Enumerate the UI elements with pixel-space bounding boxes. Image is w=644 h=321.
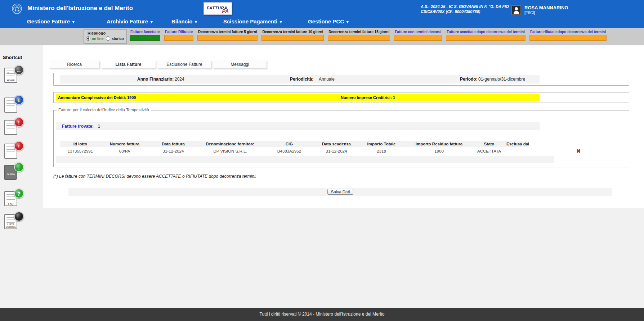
legend-label: Decorrenza termini fatture 10 giorni (261, 30, 324, 34)
nav-item-label: Archivio Fatture (107, 18, 149, 24)
chevron-down-icon: ▼ (279, 20, 283, 24)
school-year-line: A.S.: 2024-25 - IC S. GIOVANNI IN F. "G.… (421, 4, 509, 9)
shortcut-caption: LISTA SCUOLE (5, 223, 17, 228)
status-legend: Fatture AccettateFatture RifiutateDecorr… (130, 30, 607, 41)
legend-label[interactable]: Fatture Accettate (130, 30, 160, 34)
cell-importo-residuo-fattura: 1900 (406, 147, 472, 155)
shortcut-lista-scuole[interactable]: LISTA SCUOLE← (4, 213, 24, 231)
legend-color-swatch (130, 35, 160, 41)
termini-decorsi-note: (*) Le fatture con TERMINI DECORSI devon… (53, 174, 256, 179)
cell-importo-totale: 2318 (357, 147, 406, 155)
riepilogo-label: Riepilogo (88, 31, 106, 35)
tab-lista-fatture[interactable]: Lista Fatture (101, 60, 156, 68)
legend-label[interactable]: Fatture rifiutate dopo decorrenza dei te… (529, 30, 607, 34)
radio-online[interactable] (86, 36, 90, 41)
chevron-down-icon: ▼ (149, 20, 153, 24)
legend-item: Decorrenza termini fatture 5 giorni (197, 30, 258, 41)
nav-item-label: Scissione Pagamenti (223, 18, 279, 24)
legend-color-swatch (394, 35, 442, 41)
shortcut-avvisi-2[interactable]: ! (4, 143, 24, 160)
document-lines (6, 194, 15, 201)
italy-emblem-icon (11, 3, 23, 15)
page-title: Ministero dell'Istruzione e del Merito (27, 5, 133, 12)
shortcut-home[interactable]: ⌂HOME← (4, 67, 24, 85)
nav-item-bilancio[interactable]: Bilancio ▼ (171, 16, 198, 28)
fatture-trovate-bar: Fatture trovate: 1 (56, 122, 540, 130)
column-header: Importo Residuo fattura (406, 141, 472, 147)
shortcut-fatture-euro[interactable]: € (4, 96, 24, 114)
chevron-down-icon: ▼ (345, 20, 349, 24)
tab-ricerca[interactable]: Ricerca (49, 60, 99, 68)
legend-color-swatch (261, 35, 324, 41)
shortcut-caption: GUIDA (5, 173, 17, 176)
cell-data-scadenza: 31-12-2024 (316, 147, 357, 155)
totals-highlight-bar: Ammontare Complessivo dei Debiti: 1900 N… (56, 94, 540, 101)
fattura-pa-app: Ministero dell'Istruzione e del Merito F… (0, 0, 644, 321)
chevron-down-icon: ▼ (194, 20, 198, 24)
column-header: Esclusa dal calcolo (506, 141, 529, 147)
legend-label: Decorrenza termini fatture 5 giorni (197, 30, 258, 34)
save-button[interactable]: Salva Dati (327, 189, 353, 195)
chevron-down-icon: ▼ (71, 20, 75, 24)
imprese-creditrici: Numero Imprese Creditrici: 1 (341, 94, 395, 101)
column-header: Numero fattura (101, 141, 148, 147)
legend-label[interactable]: Fatture accettate dopo decorrenza dei te… (446, 30, 526, 34)
cell-cig: B4383A2952 (262, 147, 316, 155)
guida-badge-icon: ↓ (14, 162, 24, 172)
shortcut-guida[interactable]: GUIDA↓ (4, 164, 24, 182)
footer: Tutti i diritti riservati © 2014 - Minis… (0, 308, 644, 321)
home-badge-icon: ← (14, 65, 24, 75)
nav-item-archivio-fatture[interactable]: Archivio Fatture ▼ (107, 16, 153, 28)
legend-color-swatch (328, 35, 390, 41)
logo-pa-text: PA (222, 8, 229, 14)
avvisi-2-badge-icon: ! (14, 141, 24, 151)
shortcut-avvisi-1[interactable]: ! (4, 119, 24, 137)
summary-box: Anno Finanziario: 2024 Periodicità: Annu… (53, 73, 629, 86)
tab-messaggi[interactable]: Messaggi (213, 60, 267, 68)
radio-storico[interactable] (106, 36, 110, 41)
document-lines (6, 146, 15, 154)
invoice-table-row: 1373557299168/PA31-12-2024DP VISION S.R.… (60, 147, 529, 155)
nav-item-label: Gestione PCC (308, 18, 345, 24)
legend-label[interactable]: Fatture Rifiutate (164, 30, 193, 34)
debiti-total: Ammontare Complessivo dei Debiti: 1900 (58, 94, 136, 101)
cell-id-lotto: 13735572991 (60, 147, 101, 155)
column-header: Id lotto (60, 141, 101, 147)
shortcut-caption: HOME (5, 79, 17, 82)
periodo-label: Periodo: (460, 75, 478, 83)
cell-denominazione-fornitore: DP VISION S.R.L. (198, 147, 262, 155)
avatar-head (515, 7, 518, 10)
legend-color-swatch (164, 35, 193, 41)
legend-color-swatch (197, 35, 258, 41)
sidebar-title: Shortcut (3, 55, 22, 60)
column-header: Importo Totale (357, 141, 406, 147)
nav-item-label: Gestione Fatture (27, 18, 71, 24)
user-name: ROSA MANNARINO (524, 5, 568, 10)
tab-esclusione-fatture[interactable]: Esclusione Fatture (157, 60, 211, 68)
fatture-trovate: Fatture trovate: 1 (59, 124, 100, 129)
logout-link[interactable]: [ESCI] (524, 11, 535, 15)
legend-item: Fatture Accettate (130, 30, 160, 41)
legend-label[interactable]: Fatture con termini decorsi (394, 30, 442, 34)
shortcut-faq[interactable]: FAQ? (4, 190, 24, 208)
column-header: Data scadenza (316, 141, 357, 147)
column-header: Stato (472, 141, 506, 147)
document-lines (6, 100, 15, 108)
radio-online-label: on line (92, 37, 103, 41)
nav-item-scissione-pagamenti[interactable]: Scissione Pagamenti ▼ (223, 16, 283, 28)
legend-color-swatch (529, 35, 607, 41)
riepilogo-radios: on line storico (86, 36, 124, 41)
nav-item-gestione-fatture[interactable]: Gestione Fatture ▼ (27, 16, 75, 28)
school-code-line: CSIC8AV00X (CF: 80004380780) (421, 9, 509, 14)
exclude-invoice-icon[interactable]: ✖ (576, 148, 581, 155)
column-header: Denominazione fornitore (198, 141, 262, 147)
periodo-value: 01-gennaio/31-dicembre (478, 75, 525, 83)
legend-item: Decorrenza termini fatture 15 giorni (328, 30, 390, 41)
nav-item-gestione-pcc[interactable]: Gestione PCC ▼ (308, 16, 349, 28)
legend-color-swatch (446, 35, 526, 41)
fattura-pa-logo: FATTURA PA (204, 2, 232, 15)
column-header: Data fattura (148, 141, 198, 147)
avatar-shoulders (514, 11, 519, 14)
faq-badge-icon: ? (14, 189, 24, 198)
cell-numero-fattura: 68/PA (101, 147, 148, 155)
